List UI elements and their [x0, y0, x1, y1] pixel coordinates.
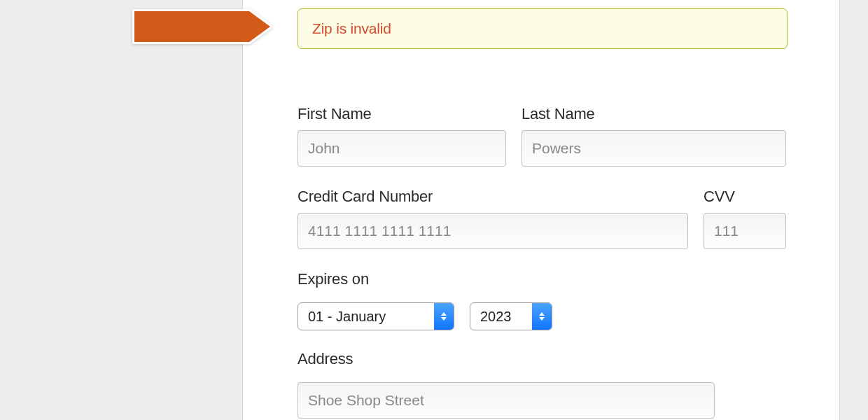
stepper-icon: [434, 303, 454, 330]
stepper-icon: [532, 303, 552, 330]
alert-message: Zip is invalid: [312, 20, 391, 36]
first-name-label: First Name: [298, 105, 506, 123]
expires-label: Expires on: [298, 270, 788, 288]
address-label: Address: [298, 350, 788, 368]
credit-card-label: Credit Card Number: [298, 188, 688, 206]
validation-alert: Zip is invalid: [298, 8, 788, 49]
last-name-field: Last Name: [522, 105, 786, 167]
expires-year-value: 2023: [470, 303, 522, 330]
last-name-input[interactable]: [522, 130, 786, 167]
cvv-field: CVV: [704, 188, 788, 249]
credit-card-input[interactable]: [298, 213, 688, 249]
expires-year-select[interactable]: 2023: [470, 302, 552, 330]
credit-card-field: Credit Card Number: [298, 188, 688, 249]
first-name-input[interactable]: [298, 130, 506, 167]
cvv-label: CVV: [704, 188, 788, 206]
address-input[interactable]: [298, 382, 715, 419]
expires-month-select[interactable]: 01 - January: [298, 302, 454, 330]
last-name-label: Last Name: [522, 105, 786, 123]
payment-form: First Name Last Name Credit Card Number …: [298, 105, 788, 420]
first-name-field: First Name: [298, 105, 506, 167]
expires-month-value: 01 - January: [298, 303, 396, 330]
cvv-input[interactable]: [704, 213, 786, 249]
callout-pointer: [130, 7, 270, 43]
